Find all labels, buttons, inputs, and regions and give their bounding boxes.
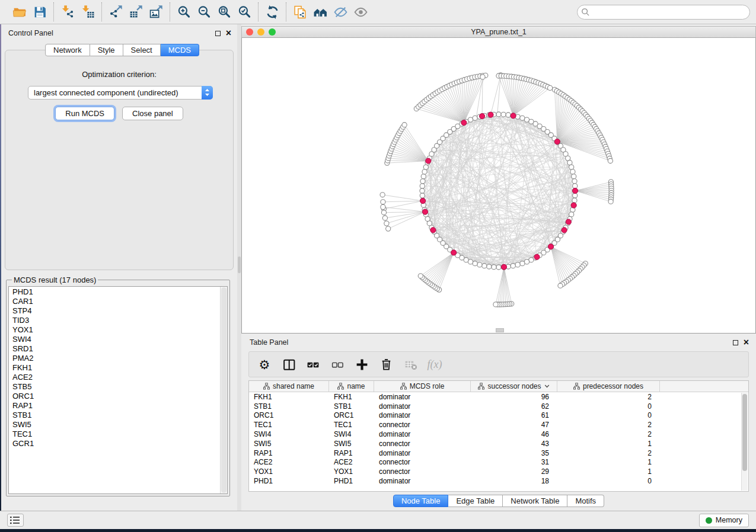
tab-edge-table[interactable]: Edge Table — [448, 495, 503, 507]
select-all-button[interactable] — [304, 354, 323, 374]
table-cell: 43 — [471, 440, 557, 448]
splitter-handle-icon[interactable] — [238, 257, 241, 273]
result-node-item[interactable]: RAP1 — [9, 401, 220, 411]
save-session-button[interactable] — [30, 2, 50, 21]
table-row[interactable]: STB1STB1dominator620 — [249, 402, 748, 411]
export-image-button[interactable] — [146, 2, 166, 21]
status-bar: Memory — [0, 511, 756, 529]
zoom-out-button[interactable] — [194, 2, 214, 21]
result-node-item[interactable]: STB5 — [9, 382, 220, 392]
column-header-predecessor-nodes[interactable]: predecessor nodes — [557, 381, 660, 392]
control-panel-tabs: NetworkStyleSelectMCDS — [45, 44, 199, 56]
refresh-button[interactable] — [262, 2, 282, 21]
result-node-item[interactable]: CAR1 — [9, 297, 220, 306]
duplicate-network-button[interactable] — [290, 2, 310, 21]
result-node-item[interactable]: GCR1 — [9, 439, 220, 448]
panel-splitter[interactable] — [237, 24, 241, 511]
table-scrollbar-thumb[interactable] — [742, 394, 747, 471]
result-node-item[interactable]: PMA2 — [9, 354, 220, 363]
result-node-item[interactable]: PHD1 — [9, 287, 220, 297]
delete-columns-button[interactable] — [377, 354, 395, 374]
memory-button[interactable]: Memory — [699, 514, 749, 527]
tab-node-table[interactable]: Node Table — [393, 495, 449, 507]
result-node-item[interactable]: YOX1 — [9, 325, 220, 335]
run-mcds-button[interactable]: Run MCDS — [55, 107, 114, 120]
table-scrollbar[interactable] — [741, 393, 748, 491]
table-cell: 18 — [471, 477, 557, 485]
criterion-label: Optimization criterion: — [5, 70, 233, 79]
open-file-button[interactable] — [9, 2, 30, 21]
zoom-fit-icon — [217, 5, 232, 20]
add-column-icon — [355, 358, 369, 371]
table-cell: dominator — [374, 393, 471, 401]
first-neighbors-button[interactable] — [310, 2, 330, 21]
hide-selected-button[interactable] — [330, 2, 350, 21]
zoom-selected-button[interactable] — [234, 2, 254, 21]
toolbar-group — [286, 2, 374, 21]
criterion-select[interactable]: largest connected component (undirected) — [28, 86, 213, 100]
result-node-item[interactable]: SWI5 — [9, 420, 220, 430]
result-scrollbar[interactable] — [220, 287, 227, 493]
table-row[interactable]: ORC1ORC1dominator610 — [249, 411, 748, 421]
network-window: YPA_prune.txt_1 — [241, 26, 756, 334]
show-columns-button[interactable] — [279, 354, 298, 374]
result-node-item[interactable]: SWI4 — [9, 335, 220, 344]
tab-mcds[interactable]: MCDS — [161, 44, 199, 56]
table-row[interactable]: TEC1TEC1connector472 — [249, 420, 748, 430]
tab-select[interactable]: Select — [123, 44, 161, 56]
network-graph[interactable] — [242, 38, 755, 333]
deselect-all-button[interactable] — [328, 354, 347, 374]
show-all-button[interactable] — [350, 2, 371, 21]
table-settings-button[interactable]: ⚙ — [255, 354, 274, 374]
result-node-item[interactable]: SRD1 — [9, 344, 220, 354]
table-cell: 2 — [557, 421, 660, 429]
close-panel-icon[interactable]: × — [226, 30, 231, 36]
table-row[interactable]: RAP1RAP1dominator352 — [249, 448, 748, 458]
table-cell: 61 — [471, 411, 557, 419]
table-row[interactable]: PHD1PHD1dominator180 — [249, 476, 748, 486]
table-cell: STB1 — [329, 402, 374, 411]
delete-columns-icon — [379, 358, 393, 371]
result-node-item[interactable]: FKH1 — [9, 363, 220, 373]
zoom-fit-button[interactable] — [214, 2, 234, 21]
network-canvas[interactable] — [241, 38, 756, 334]
table-cell: FKH1 — [329, 393, 374, 401]
table-row[interactable]: FKH1FKH1dominator962 — [249, 392, 748, 402]
criterion-value: largest connected component (undirected) — [28, 88, 202, 97]
export-table-button[interactable] — [126, 2, 146, 21]
result-node-item[interactable]: TID3 — [9, 316, 220, 325]
table-cell: connector — [374, 458, 471, 466]
tab-network[interactable]: Network — [45, 44, 90, 56]
table-row[interactable]: ACE2ACE2connector311 — [249, 458, 748, 467]
first-neighbors-icon — [313, 5, 328, 20]
search-input[interactable] — [577, 5, 750, 20]
table-row[interactable]: SWI5SWI5connector431 — [249, 439, 748, 448]
export-network-button[interactable] — [106, 2, 126, 21]
float-table-panel-icon[interactable] — [733, 340, 738, 345]
zoom-in-button[interactable] — [174, 2, 194, 21]
import-table-button[interactable] — [78, 2, 98, 21]
table-cell: SWI4 — [329, 430, 374, 438]
close-table-panel-icon[interactable]: × — [744, 339, 749, 345]
task-history-button[interactable] — [7, 514, 24, 527]
result-node-item[interactable]: STP4 — [9, 306, 220, 316]
result-node-item[interactable]: TEC1 — [9, 430, 220, 439]
result-node-item[interactable]: STB1 — [9, 411, 220, 420]
table-row[interactable]: YOX1YOX1connector291 — [249, 467, 748, 476]
column-header-shared-name[interactable]: shared name — [249, 381, 329, 392]
add-column-button[interactable] — [352, 354, 371, 374]
tab-style[interactable]: Style — [90, 44, 123, 56]
result-node-item[interactable]: ORC1 — [9, 392, 220, 401]
column-header-successor-nodes[interactable]: successor nodes — [471, 381, 557, 392]
close-panel-button[interactable]: Close panel — [122, 107, 183, 120]
import-network-button[interactable] — [58, 2, 78, 21]
column-header-MCDS-role[interactable]: MCDS role — [374, 381, 471, 392]
table-row[interactable]: SWI4SWI4dominator462 — [249, 430, 748, 439]
network-hscroll-thumb[interactable] — [496, 328, 504, 332]
float-panel-icon[interactable] — [215, 31, 221, 36]
tab-network-table[interactable]: Network Table — [503, 495, 567, 507]
result-node-item[interactable]: ACE2 — [9, 373, 220, 382]
tab-motifs[interactable]: Motifs — [567, 495, 604, 507]
column-header-name[interactable]: name — [329, 381, 374, 392]
toolbar-group — [6, 2, 53, 21]
